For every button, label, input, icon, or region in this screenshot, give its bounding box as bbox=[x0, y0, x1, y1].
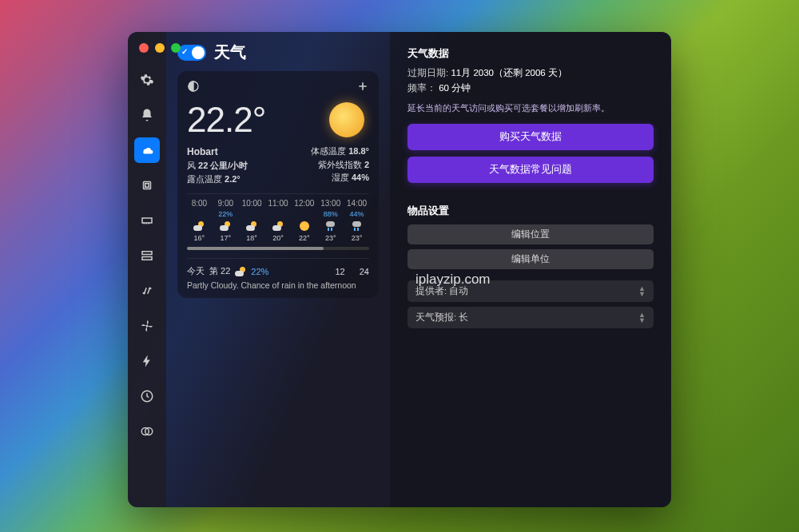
network-icon[interactable] bbox=[134, 278, 160, 304]
data-section-title: 天气数据 bbox=[407, 46, 654, 61]
settings-panel: 天气数据 过期日期: 11月 2030（还剩 2006 天） 频率： 60 分钟… bbox=[390, 32, 671, 507]
cloud-sun-icon bbox=[272, 220, 284, 232]
zoom-window[interactable] bbox=[171, 43, 181, 53]
memory-icon[interactable] bbox=[134, 208, 160, 233]
hour-column: 9:0022%17° bbox=[213, 199, 238, 242]
page-title: 天气 bbox=[214, 42, 246, 63]
combined-icon[interactable] bbox=[134, 419, 160, 444]
cpu-icon[interactable] bbox=[134, 173, 160, 198]
hour-column: 8:0016° bbox=[187, 199, 212, 242]
power-icon[interactable] bbox=[134, 348, 160, 374]
forecast-select[interactable]: 天气预报: 长 ▲▼ bbox=[407, 307, 654, 328]
svg-rect-1 bbox=[145, 184, 149, 188]
sun-icon bbox=[300, 221, 309, 231]
today-row: 今天 第 22 22% 12 24 bbox=[187, 258, 369, 277]
location-info: Hobart 风 22 公里/小时 露点温度 2.2° bbox=[187, 145, 248, 185]
app-window: ✓ 天气 22.2° Hobart 风 22 公里/小时 露点温度 2.2° 体… bbox=[128, 32, 671, 507]
note-text: 延长当前的天气访问或购买可选套餐以增加刷新率。 bbox=[407, 102, 654, 114]
rain-icon bbox=[325, 220, 336, 232]
svg-rect-0 bbox=[144, 182, 151, 189]
cloud-sun-icon bbox=[193, 220, 205, 232]
traffic-lights bbox=[139, 43, 181, 53]
fan-icon[interactable] bbox=[134, 313, 160, 339]
rain-icon bbox=[352, 220, 363, 232]
main-panel: ✓ 天气 22.2° Hobart 风 22 公里/小时 露点温度 2.2° 体… bbox=[166, 32, 390, 507]
expiry-line: 过期日期: 11月 2030（还剩 2006 天） bbox=[407, 67, 654, 79]
buy-button[interactable]: 购买天气数据 bbox=[407, 124, 654, 150]
conditions-info: 体感温度 18.8° 紫外线指数 2 湿度 44% bbox=[311, 145, 369, 185]
edit-unit-button[interactable]: 编辑单位 bbox=[407, 249, 654, 269]
item-section-title: 物品设置 bbox=[407, 204, 654, 218]
clock-icon[interactable] bbox=[134, 383, 160, 409]
cloud-sun-icon bbox=[220, 220, 231, 232]
disk-icon[interactable] bbox=[134, 243, 160, 268]
cloud-sun-icon bbox=[246, 220, 257, 232]
feature-toggle[interactable]: ✓ bbox=[177, 45, 206, 61]
provider-select[interactable]: 提供者: 自动 ▲▼ bbox=[407, 280, 654, 302]
hour-column: 11:0020° bbox=[266, 199, 291, 242]
sidebar bbox=[128, 32, 166, 507]
hour-column: 14:0044%23° bbox=[344, 199, 369, 242]
sun-icon bbox=[329, 102, 364, 137]
cloud-sun-icon bbox=[235, 266, 246, 277]
hourly-scrollbar[interactable] bbox=[187, 247, 369, 250]
freq-line: 频率： 60 分钟 bbox=[407, 82, 654, 94]
hour-column: 13:0088%23° bbox=[318, 199, 343, 242]
bell-icon[interactable] bbox=[134, 102, 160, 128]
theme-icon[interactable] bbox=[187, 80, 200, 96]
hourly-forecast[interactable]: 8:0016°9:0022%17°10:0018°11:0020°12:0022… bbox=[187, 193, 369, 242]
edit-location-button[interactable]: 编辑位置 bbox=[407, 224, 654, 244]
minimize-window[interactable] bbox=[155, 43, 165, 53]
svg-point-5 bbox=[146, 325, 149, 328]
svg-rect-4 bbox=[142, 257, 152, 260]
close-window[interactable] bbox=[139, 43, 149, 53]
faq-button[interactable]: 天气数据常见问题 bbox=[407, 157, 654, 183]
svg-rect-3 bbox=[142, 252, 152, 255]
hour-column: 10:0018° bbox=[240, 199, 264, 242]
city-name: Hobart bbox=[187, 145, 248, 159]
add-icon[interactable] bbox=[356, 80, 369, 96]
gear-icon[interactable] bbox=[134, 67, 160, 93]
weather-icon[interactable] bbox=[134, 137, 160, 163]
hour-column: 12:0022° bbox=[292, 199, 316, 242]
today-desc: Partly Cloudy. Chance of rain in the aft… bbox=[187, 280, 369, 290]
weather-card: 22.2° Hobart 风 22 公里/小时 露点温度 2.2° 体感温度 1… bbox=[177, 71, 379, 298]
temperature: 22.2° bbox=[187, 100, 265, 140]
svg-rect-2 bbox=[142, 218, 152, 223]
